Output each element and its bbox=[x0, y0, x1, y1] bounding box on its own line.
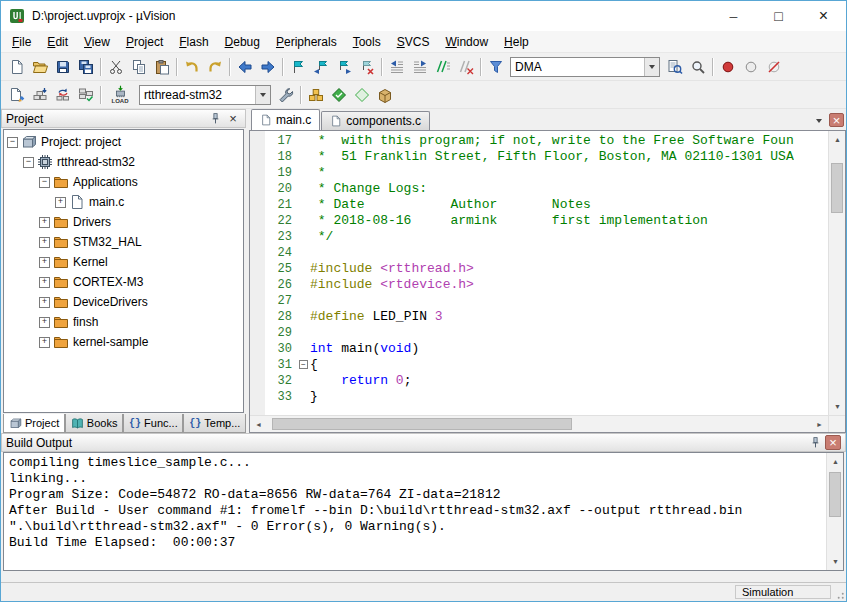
menu-flash[interactable]: Flash bbox=[171, 32, 216, 52]
pack-installer-button[interactable] bbox=[373, 84, 396, 106]
code-editor[interactable]: 17 * with this program; if not, write to… bbox=[250, 131, 828, 415]
project-panel-close-button[interactable] bbox=[225, 111, 241, 126]
incremental-find-button[interactable] bbox=[686, 56, 709, 78]
scrollbar-thumb[interactable] bbox=[829, 472, 841, 518]
scrollbar-thumb[interactable] bbox=[272, 418, 571, 430]
breakpoint-margin[interactable] bbox=[250, 277, 265, 293]
menu-project[interactable]: Project bbox=[118, 32, 171, 52]
scroll-left-icon[interactable]: ◄ bbox=[250, 416, 267, 433]
editor-tab-main-c[interactable]: main.c bbox=[251, 109, 320, 130]
expand-toggle[interactable]: − bbox=[39, 177, 50, 188]
menu-peripherals[interactable]: Peripherals bbox=[268, 32, 345, 52]
breakpoint-margin[interactable] bbox=[250, 165, 265, 181]
rebuild-button[interactable] bbox=[51, 84, 74, 106]
pin-button[interactable] bbox=[807, 435, 823, 450]
breakpoint-margin[interactable] bbox=[250, 229, 265, 245]
menu-debug[interactable]: Debug bbox=[217, 32, 268, 52]
fold-toggle-icon[interactable]: − bbox=[299, 360, 308, 369]
tree-item-kernel-sample[interactable]: +kernel-sample bbox=[4, 332, 243, 352]
panel-tab-project[interactable]: Project bbox=[3, 414, 65, 433]
clear-bookmarks-button[interactable] bbox=[355, 56, 378, 78]
editor-tab-components-c[interactable]: components.c bbox=[321, 111, 430, 130]
scroll-down-icon[interactable]: ▼ bbox=[827, 553, 844, 570]
expand-toggle[interactable]: + bbox=[55, 197, 66, 208]
menu-help[interactable]: Help bbox=[496, 32, 537, 52]
breakpoint-margin[interactable] bbox=[250, 293, 265, 309]
breakpoint-margin[interactable] bbox=[250, 325, 265, 341]
save-button[interactable] bbox=[51, 56, 74, 78]
tab-list-button[interactable] bbox=[811, 113, 826, 127]
editor-horizontal-scrollbar[interactable]: ◄ ► bbox=[250, 416, 828, 432]
build-output-text[interactable]: compiling timeslice_sample.c...linking..… bbox=[4, 453, 826, 570]
scroll-right-icon[interactable]: ► bbox=[811, 416, 828, 433]
expand-toggle[interactable]: − bbox=[7, 137, 18, 148]
build-output-close-button[interactable] bbox=[825, 435, 841, 450]
breakpoint-margin[interactable] bbox=[250, 357, 265, 373]
navigate-forward-button[interactable] bbox=[256, 56, 279, 78]
resize-grip[interactable] bbox=[832, 583, 846, 601]
breakpoint-margin[interactable] bbox=[250, 245, 265, 261]
tree-item-main-c[interactable]: +main.c bbox=[4, 192, 243, 212]
tree-item-kernel[interactable]: +Kernel bbox=[4, 252, 243, 272]
menu-view[interactable]: View bbox=[76, 32, 118, 52]
tree-item-devicedrivers[interactable]: +DeviceDrivers bbox=[4, 292, 243, 312]
expand-toggle[interactable]: + bbox=[39, 217, 50, 228]
breakpoint-margin[interactable] bbox=[250, 341, 265, 357]
find-in-files-button[interactable] bbox=[484, 56, 507, 78]
copy-button[interactable] bbox=[127, 56, 150, 78]
menu-window[interactable]: Window bbox=[437, 32, 496, 52]
expand-toggle[interactable]: + bbox=[39, 337, 50, 348]
tree-item-finsh[interactable]: +finsh bbox=[4, 312, 243, 332]
unindent-button[interactable] bbox=[385, 56, 408, 78]
uncomment-selection-button[interactable] bbox=[454, 56, 477, 78]
expand-toggle[interactable]: − bbox=[23, 157, 34, 168]
comment-selection-button[interactable] bbox=[431, 56, 454, 78]
scrollbar-thumb[interactable] bbox=[831, 163, 843, 213]
scroll-down-icon[interactable]: ▼ bbox=[829, 398, 846, 415]
indent-button[interactable] bbox=[408, 56, 431, 78]
kill-breakpoints-button[interactable] bbox=[762, 56, 785, 78]
toggle-breakpoint-button[interactable] bbox=[716, 56, 739, 78]
disable-breakpoint-button[interactable] bbox=[739, 56, 762, 78]
expand-toggle[interactable]: + bbox=[39, 317, 50, 328]
menu-edit[interactable]: Edit bbox=[39, 32, 76, 52]
chevron-down-icon[interactable] bbox=[644, 58, 659, 76]
menu-tools[interactable]: Tools bbox=[345, 32, 389, 52]
scrollbar-track[interactable] bbox=[267, 416, 811, 432]
cut-button[interactable] bbox=[104, 56, 127, 78]
menu-file[interactable]: File bbox=[4, 32, 39, 52]
paste-button[interactable] bbox=[150, 56, 173, 78]
scrollbar-track[interactable] bbox=[827, 470, 843, 553]
panel-tab-temp[interactable]: {}Temp... bbox=[183, 414, 246, 433]
previous-bookmark-button[interactable] bbox=[309, 56, 332, 78]
breakpoint-margin[interactable] bbox=[250, 197, 265, 213]
select-software-packs-button[interactable] bbox=[350, 84, 373, 106]
panel-tab-books[interactable]: Books bbox=[65, 414, 123, 433]
manage-project-items-button[interactable] bbox=[304, 84, 327, 106]
tree-item-cortex-m3[interactable]: +CORTEX-M3 bbox=[4, 272, 243, 292]
expand-toggle[interactable]: + bbox=[39, 237, 50, 248]
options-for-target-button[interactable] bbox=[274, 84, 297, 106]
maximize-button[interactable] bbox=[756, 1, 801, 31]
load-button[interactable]: LOAD bbox=[104, 82, 136, 108]
tree-item-drivers[interactable]: +Drivers bbox=[4, 212, 243, 232]
breakpoint-margin[interactable] bbox=[250, 133, 265, 149]
close-button[interactable] bbox=[801, 1, 846, 31]
toggle-bookmark-button[interactable] bbox=[286, 56, 309, 78]
undo-button[interactable] bbox=[180, 56, 203, 78]
tree-item-applications[interactable]: −Applications bbox=[4, 172, 243, 192]
search-combobox[interactable]: DMA bbox=[510, 57, 660, 77]
tree-item-rtthread-stm32[interactable]: −rtthread-stm32 bbox=[4, 152, 243, 172]
navigate-back-button[interactable] bbox=[233, 56, 256, 78]
build-button[interactable] bbox=[28, 84, 51, 106]
pin-button[interactable] bbox=[207, 111, 223, 126]
redo-button[interactable] bbox=[203, 56, 226, 78]
find-next-button[interactable] bbox=[663, 56, 686, 78]
expand-toggle[interactable]: + bbox=[39, 297, 50, 308]
panel-tab-func[interactable]: {}Func... bbox=[123, 414, 183, 433]
tree-item-project-project[interactable]: −Project: project bbox=[4, 132, 243, 152]
batch-build-button[interactable] bbox=[74, 84, 97, 106]
breakpoint-margin[interactable] bbox=[250, 389, 265, 405]
minimize-button[interactable] bbox=[711, 1, 756, 31]
translate-button[interactable] bbox=[5, 84, 28, 106]
